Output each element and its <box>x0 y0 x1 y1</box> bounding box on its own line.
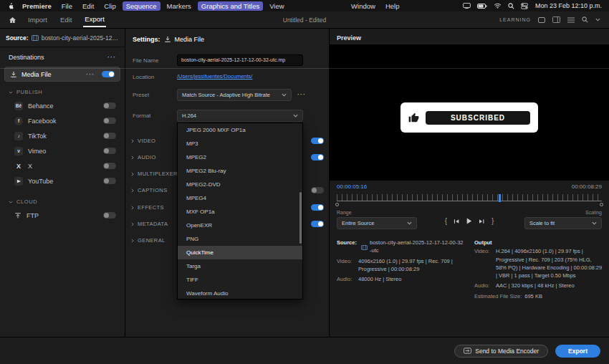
section-general[interactable]: GENERAL <box>131 237 166 244</box>
search-icon[interactable] <box>582 16 588 23</box>
tab-edit[interactable]: Edit <box>59 13 73 27</box>
destination-x[interactable]: X X <box>0 158 125 173</box>
step-back-button[interactable] <box>454 219 460 224</box>
destination-vimeo[interactable]: v Vimeo <box>0 143 125 158</box>
behance-toggle[interactable] <box>103 102 116 109</box>
apple-logo-icon[interactable] <box>7 2 14 10</box>
format-option[interactable]: Waveform Audio <box>178 287 302 300</box>
menu-item-view[interactable]: View <box>266 1 287 11</box>
menu-item-premiere[interactable]: Premiere <box>19 1 55 11</box>
destination-youtube[interactable]: YouTube <box>0 173 125 188</box>
menu-icon[interactable] <box>567 17 575 23</box>
range-select[interactable]: Entire Source <box>337 217 417 229</box>
preset-select[interactable]: Match Source - Adaptive High Bitrate <box>177 89 292 101</box>
format-option[interactable]: MXF OP1a <box>178 205 302 219</box>
format-option[interactable]: MPEG2 <box>178 150 302 164</box>
battery-icon[interactable] <box>477 4 487 9</box>
youtube-toggle[interactable] <box>103 178 116 184</box>
section-audio[interactable]: AUDIO <box>131 154 156 161</box>
destination-label: TikTok <box>28 133 47 140</box>
playhead[interactable] <box>499 194 501 202</box>
media-file-toggle[interactable] <box>102 71 115 77</box>
workspace-icon[interactable] <box>552 16 560 23</box>
section-metadata[interactable]: METADATA <box>131 221 168 227</box>
timeline-ruler[interactable] <box>337 194 602 201</box>
location-link[interactable]: /Users/jessifuentes/Documents/ <box>177 73 252 80</box>
wifi-icon[interactable] <box>494 3 502 9</box>
scaling-select[interactable]: Scale to fit <box>524 217 602 229</box>
control-center-icon[interactable] <box>521 3 528 9</box>
destination-facebook[interactable]: f Facebook <box>0 113 125 128</box>
ftp-toggle[interactable] <box>103 212 116 219</box>
menu-item-file[interactable]: File <box>58 1 76 11</box>
preset-overflow-icon[interactable]: ··· <box>297 91 306 98</box>
destination-behance[interactable]: Bē Behance <box>0 98 125 113</box>
learning-label[interactable]: LEARNING <box>499 17 531 22</box>
menu-item-sequence[interactable]: Sequence <box>123 1 160 11</box>
range-start-handle[interactable] <box>335 203 339 206</box>
format-option[interactable]: OpenEXR <box>178 219 302 232</box>
tab-import[interactable]: Import <box>27 13 49 27</box>
x-toggle[interactable] <box>103 163 116 169</box>
menu-item-edit[interactable]: Edit <box>79 1 97 11</box>
format-option[interactable]: MP3 <box>178 137 302 150</box>
publish-group-header[interactable]: PUBLISH <box>0 82 125 98</box>
output-video-label: Video: <box>474 247 496 279</box>
timeline-scrubber[interactable] <box>337 194 602 206</box>
format-option-quicktime[interactable]: QuickTime <box>178 246 302 259</box>
premiere-export-screen: Premiere File Edit Clip Sequence Markers… <box>0 0 609 364</box>
section-captions[interactable]: CAPTIONS <box>131 187 168 193</box>
menu-item-window[interactable]: Window <box>347 1 379 11</box>
format-option[interactable]: PNG <box>178 232 302 246</box>
format-option[interactable]: JPEG 2000 MXF OP1a <box>178 123 302 137</box>
format-option[interactable]: MPEG2 Blu-ray <box>178 164 302 178</box>
menu-item-graphics-and-titles[interactable]: Graphics and Titles <box>198 1 263 11</box>
file-name-input[interactable]: boston-city-aerial-2025-12-17-12-00-32-u… <box>177 54 303 66</box>
output-audio-label: Audio: <box>474 282 496 289</box>
menubar-clock[interactable]: Mon 23 Feb 12:10 p.m. <box>535 2 602 9</box>
video-preview[interactable]: SUBSCRIBED <box>330 44 609 181</box>
settings-target: Media File <box>175 36 205 43</box>
dropdown-scrollbar[interactable] <box>299 192 302 244</box>
captions-toggle[interactable] <box>311 187 324 193</box>
set-out-point-button[interactable]: } <box>491 217 494 225</box>
settings-header: Settings: Media File <box>133 36 204 43</box>
source-audio-label: Audio: <box>337 275 358 283</box>
video-toggle[interactable] <box>311 138 324 144</box>
set-in-point-button[interactable]: { <box>445 217 447 225</box>
tab-export[interactable]: Export <box>83 12 105 27</box>
vimeo-toggle[interactable] <box>103 148 116 154</box>
export-button[interactable]: Export <box>555 345 600 358</box>
format-option[interactable]: MPEG2-DVD <box>178 178 302 191</box>
section-video[interactable]: VIDEO <box>131 138 155 144</box>
learning-badge-icon[interactable] <box>538 17 545 23</box>
cloud-group-header[interactable]: CLOUD <box>0 188 125 208</box>
destination-tiktok[interactable]: ♪ TikTok <box>0 128 125 143</box>
play-button[interactable] <box>466 218 472 224</box>
media-file-overflow-icon[interactable]: ··· <box>86 71 95 78</box>
section-effects[interactable]: EFFECTS <box>131 204 164 211</box>
destination-ftp[interactable]: FTP <box>0 208 125 223</box>
menu-item-clip[interactable]: Clip <box>100 1 119 11</box>
chevron-down-icon[interactable] <box>595 18 600 21</box>
screen-mirroring-icon[interactable] <box>463 3 471 9</box>
spotlight-search-icon[interactable] <box>508 3 514 9</box>
section-multiplexer[interactable]: MULTIPLEXER <box>131 171 178 177</box>
audio-toggle[interactable] <box>311 154 324 161</box>
menu-item-help[interactable]: Help <box>382 1 403 11</box>
format-select[interactable]: H.264 <box>177 110 303 122</box>
range-end-handle[interactable] <box>600 203 603 206</box>
destination-media-file[interactable]: Media File ··· <box>4 67 120 82</box>
effects-toggle[interactable] <box>311 204 324 211</box>
step-forward-button[interactable] <box>479 219 485 224</box>
format-option[interactable]: Targa <box>178 259 302 273</box>
metadata-toggle[interactable] <box>311 221 324 227</box>
facebook-toggle[interactable] <box>103 118 116 124</box>
send-to-media-encoder-button[interactable]: Send to Media Encoder <box>454 345 548 358</box>
format-option[interactable]: TIFF <box>178 273 302 287</box>
home-icon[interactable] <box>9 16 16 24</box>
tiktok-toggle[interactable] <box>103 133 116 139</box>
format-option[interactable]: MPEG4 <box>178 191 302 205</box>
destinations-overflow-icon[interactable]: ··· <box>107 54 116 61</box>
menu-item-markers[interactable]: Markers <box>163 1 195 11</box>
